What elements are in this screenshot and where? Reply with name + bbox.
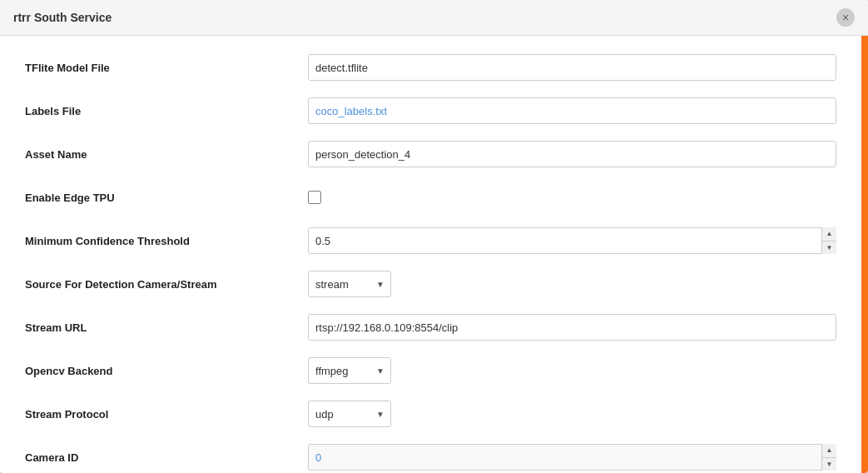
spinner-up-button[interactable]: ▲: [822, 227, 836, 241]
label-stream-url: Stream URL: [25, 321, 308, 334]
select-wrapper-source: stream camera ▼: [308, 271, 391, 297]
checkbox-enable-edge-tpu[interactable]: [308, 191, 321, 204]
form-row-source-detection: Source For Detection Camera/Stream strea…: [25, 269, 836, 299]
spinner-camera-id: ▲ ▼: [308, 444, 836, 471]
spinner-down-button[interactable]: ▼: [822, 241, 836, 255]
modal-container: rtrr South Service × TFlite Model File L…: [0, 0, 868, 473]
form-row-camera-id: Camera ID ▲ ▼: [25, 442, 836, 472]
input-camera-id[interactable]: [308, 444, 836, 471]
label-camera-id: Camera ID: [25, 451, 308, 464]
right-accent-bar: [861, 36, 868, 473]
spinner-camera-down-button[interactable]: ▼: [822, 458, 836, 471]
label-opencv-backend: Opencv Backend: [25, 365, 308, 377]
label-asset-name: Asset Name: [25, 148, 308, 161]
input-tflite-model-file[interactable]: [308, 54, 836, 81]
form-row-stream-url: Stream URL: [25, 312, 836, 342]
select-source-detection[interactable]: stream camera: [308, 271, 391, 297]
select-wrapper-protocol: udp tcp ▼: [308, 401, 391, 427]
label-min-confidence: Minimum Confidence Threshold: [25, 235, 308, 247]
content-area: TFlite Model File Labels File Asset Name…: [0, 36, 861, 473]
spinner-min-confidence: ▲ ▼: [308, 227, 836, 254]
form-row-labels-file: Labels File: [25, 96, 836, 126]
spinner-buttons: ▲ ▼: [821, 227, 836, 254]
label-source-detection: Source For Detection Camera/Stream: [25, 278, 308, 291]
spinner-camera-buttons: ▲ ▼: [821, 444, 836, 471]
close-button[interactable]: ×: [836, 8, 855, 27]
label-labels-file: Labels File: [25, 105, 308, 117]
label-enable-edge-tpu: Enable Edge TPU: [25, 192, 308, 204]
input-labels-file[interactable]: [308, 97, 836, 124]
select-opencv-backend[interactable]: ffmpeg gstreamer: [308, 357, 391, 384]
modal-body: TFlite Model File Labels File Asset Name…: [0, 36, 868, 473]
label-tflite-model-file: TFlite Model File: [25, 62, 308, 74]
form-row-stream-protocol: Stream Protocol udp tcp ▼: [25, 399, 836, 429]
form-row-tflite: TFlite Model File: [25, 52, 836, 82]
modal-title: rtrr South Service: [13, 11, 112, 24]
select-wrapper-opencv: ffmpeg gstreamer ▼: [308, 357, 391, 384]
spinner-camera-up-button[interactable]: ▲: [822, 444, 836, 458]
select-stream-protocol[interactable]: udp tcp: [308, 401, 391, 427]
form-row-min-confidence: Minimum Confidence Threshold ▲ ▼: [25, 226, 836, 256]
close-icon: ×: [842, 12, 849, 23]
label-stream-protocol: Stream Protocol: [25, 408, 308, 421]
form-row-opencv-backend: Opencv Backend ffmpeg gstreamer ▼: [25, 356, 836, 386]
input-stream-url[interactable]: [308, 314, 836, 341]
input-min-confidence[interactable]: [308, 227, 836, 254]
input-asset-name[interactable]: [308, 141, 836, 167]
form-row-asset-name: Asset Name: [25, 139, 836, 169]
form-row-edge-tpu: Enable Edge TPU: [25, 182, 836, 212]
modal-header: rtrr South Service ×: [0, 0, 868, 36]
